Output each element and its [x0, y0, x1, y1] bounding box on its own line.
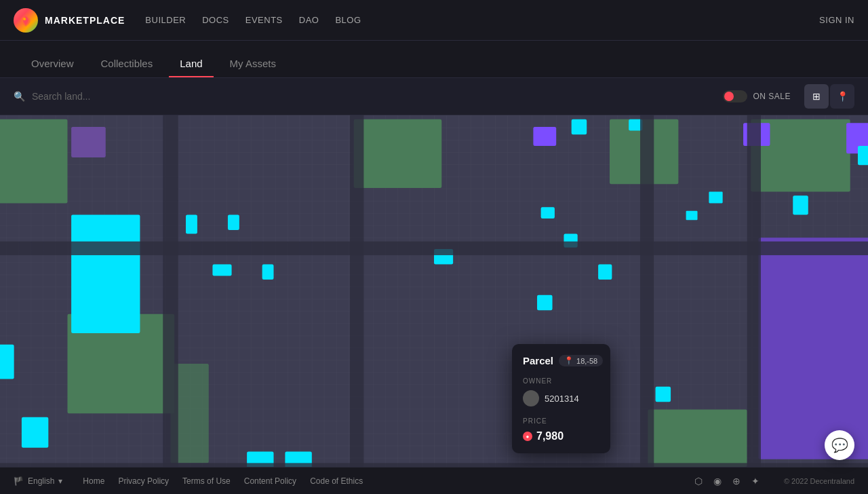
flag-icon: 🏴 — [14, 476, 24, 486]
parcel-header: Parcel 📍 18,-58 — [523, 355, 599, 366]
search-icon: 🔍 — [14, 91, 25, 102]
svg-rect-5 — [354, 119, 442, 188]
tab-overview[interactable]: Overview — [20, 50, 85, 77]
mana-icon: ● — [523, 432, 532, 441]
github-icon[interactable]: ⊕ — [732, 476, 741, 487]
nav-blog[interactable]: BLOG — [335, 15, 361, 25]
footer-code-of-ethics[interactable]: Code of Ethics — [310, 476, 363, 486]
copyright: © 2022 Decentraland — [784, 477, 854, 485]
price-label: PRICE — [523, 417, 599, 425]
svg-rect-16 — [759, 238, 868, 459]
svg-rect-46 — [0, 242, 868, 255]
price-row: ● 7,980 — [523, 430, 599, 442]
svg-rect-13 — [71, 127, 106, 157]
owner-section: OWNER 5201314 — [523, 377, 599, 406]
tabs-bar: Overview Collectibles Land My Assets — [0, 41, 868, 78]
svg-rect-51 — [686, 211, 698, 221]
nav-events[interactable]: EVENTS — [245, 15, 283, 25]
tab-land[interactable]: Land — [169, 50, 213, 77]
nav-links: BUILDER DOCS EVENTS DAO BLOG — [145, 15, 361, 25]
parcel-title: Parcel — [523, 355, 553, 366]
logo-icon — [14, 8, 38, 33]
navbar: MARKETPLACE BUILDER DOCS EVENTS DAO BLOG… — [0, 0, 868, 41]
svg-rect-12 — [648, 410, 747, 467]
search-input[interactable] — [32, 91, 723, 102]
svg-rect-43 — [350, 115, 363, 467]
on-sale-pill[interactable] — [723, 90, 747, 102]
chevron-down-icon: ▾ — [58, 476, 62, 486]
view-buttons: ⊞ 📍 — [804, 84, 854, 109]
svg-rect-22 — [186, 214, 197, 233]
owner-label: OWNER — [523, 377, 599, 385]
svg-rect-4 — [0, 119, 67, 204]
language-selector[interactable]: 🏴 English ▾ — [14, 476, 62, 486]
svg-rect-36 — [541, 207, 555, 218]
svg-rect-23 — [228, 214, 239, 230]
map-container[interactable]: Parcel 📍 18,-58 OWNER 5201314 PRICE ● 7,… — [0, 115, 868, 467]
svg-rect-45 — [747, 115, 761, 467]
svg-rect-39 — [656, 387, 671, 402]
twitter-icon[interactable]: ✦ — [751, 476, 760, 487]
parcel-coords: 📍 18,-58 — [559, 355, 603, 366]
toggle-knob — [724, 92, 734, 101]
search-bar: 🔍 ON SALE ⊞ 📍 — [0, 78, 868, 115]
reddit-icon[interactable]: ◉ — [713, 476, 722, 487]
discord-icon[interactable]: ⬡ — [694, 476, 703, 487]
tab-my-assets[interactable]: My Assets — [219, 50, 287, 77]
brand-name: MARKETPLACE — [45, 15, 125, 26]
nav-builder[interactable]: BUILDER — [145, 15, 186, 25]
parcel-popup: Parcel 📍 18,-58 OWNER 5201314 PRICE ● 7,… — [512, 344, 610, 453]
footer-privacy[interactable]: Privacy Policy — [118, 476, 169, 486]
svg-rect-29 — [572, 119, 587, 135]
grid-view-button[interactable]: ⊞ — [804, 84, 829, 109]
svg-rect-35 — [537, 295, 553, 311]
footer-terms[interactable]: Terms of Use — [182, 476, 231, 486]
footer-home[interactable]: Home — [83, 476, 104, 486]
owner-avatar — [523, 390, 539, 406]
footer-content-policy[interactable]: Content Policy — [244, 476, 296, 486]
logo-area[interactable]: MARKETPLACE — [14, 8, 125, 33]
sign-in-button[interactable]: SIGN IN — [819, 15, 854, 25]
price-section: PRICE ● 7,980 — [523, 417, 599, 442]
price-value: 7,980 — [536, 430, 564, 442]
svg-rect-33 — [793, 195, 808, 214]
map-view-button[interactable]: 📍 — [830, 84, 854, 109]
svg-rect-21 — [22, 417, 48, 448]
location-icon: 📍 — [564, 356, 574, 365]
svg-rect-24 — [212, 265, 231, 276]
footer-links: Home Privacy Policy Terms of Use Content… — [83, 476, 363, 486]
svg-rect-18 — [71, 214, 140, 333]
chat-button[interactable]: 💬 — [825, 430, 854, 460]
nav-docs[interactable]: DOCS — [202, 15, 229, 25]
svg-rect-17 — [533, 127, 556, 146]
on-sale-toggle[interactable]: ON SALE — [723, 90, 791, 102]
owner-name: 5201314 — [545, 394, 579, 404]
svg-rect-50 — [709, 192, 722, 204]
svg-rect-19 — [0, 345, 14, 379]
svg-rect-44 — [640, 115, 654, 467]
footer-social: ⬡ ◉ ⊕ ✦ © 2022 Decentraland — [694, 476, 854, 487]
svg-rect-42 — [163, 115, 178, 467]
svg-rect-25 — [262, 265, 274, 280]
on-sale-label: ON SALE — [753, 92, 791, 101]
footer: 🏴 English ▾ Home Privacy Policy Terms of… — [0, 467, 868, 494]
land-map[interactable] — [0, 115, 868, 467]
svg-point-1 — [23, 18, 26, 20]
owner-row: 5201314 — [523, 390, 599, 406]
svg-rect-31 — [858, 146, 868, 165]
svg-rect-38 — [598, 265, 612, 280]
nav-dao[interactable]: DAO — [299, 15, 319, 25]
tab-collectibles[interactable]: Collectibles — [90, 50, 164, 77]
